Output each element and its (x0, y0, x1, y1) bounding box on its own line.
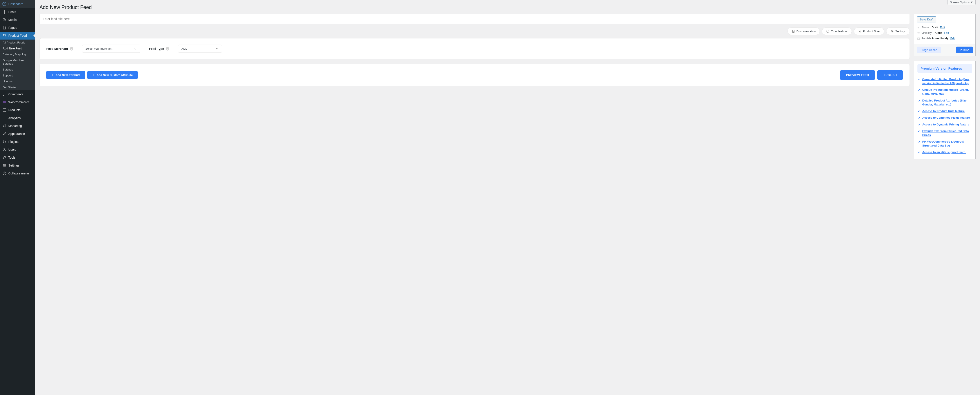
save-draft-button[interactable]: Save Draft (917, 16, 936, 22)
sidebar-item-tools[interactable]: Tools (0, 154, 35, 161)
check-icon (918, 78, 921, 81)
sidebar-label: Users (8, 148, 16, 151)
premium-feature-item: Access to Product Rule feature (918, 108, 972, 115)
sidebar-item-product-feed[interactable]: Product Feed (0, 32, 35, 40)
type-label: Feed Type (149, 47, 164, 51)
woo-icon (2, 100, 6, 104)
settings-button[interactable]: Settings (886, 27, 910, 35)
page-title: Add New Product Feed (40, 5, 975, 10)
add-attribute-button[interactable]: Add New Attribute (46, 71, 85, 79)
dashboard-icon (2, 2, 6, 6)
chevron-down-icon (216, 47, 219, 50)
sidebar-item-marketing[interactable]: Marketing (0, 122, 35, 130)
product-filter-button[interactable]: Product Filter (854, 27, 884, 35)
sidebar-label: WooCommerce (8, 100, 30, 104)
premium-feature-link[interactable]: Exclude Tax From Structured Data Prices (922, 129, 972, 137)
sidebar-item-settings[interactable]: Settings (0, 161, 35, 169)
merchant-label: Feed Merchant (46, 47, 68, 51)
svg-rect-14 (918, 38, 920, 39)
help-icon[interactable]: ? (166, 47, 169, 51)
publish-button[interactable]: Publish (956, 46, 973, 53)
sidebar-item-collapse[interactable]: Collapse menu (0, 169, 35, 177)
sidebar-item-dashboard[interactable]: Dashboard (0, 0, 35, 8)
documentation-button[interactable]: Documentation (788, 27, 820, 35)
premium-feature-link[interactable]: Unique Product Identifiers (Brand, GTIN,… (922, 88, 972, 96)
sidebar-item-plugins[interactable]: Plugins (0, 138, 35, 146)
edit-schedule-link[interactable]: Edit (950, 37, 955, 40)
premium-features-box: Premium Version Features Generate Unlimi… (914, 61, 975, 159)
feed-config-card: Feed Merchant ? Select your merchant Fee… (40, 38, 910, 59)
plus-icon (51, 73, 54, 76)
publish-feed-button[interactable]: PUBLISH (877, 70, 903, 80)
submenu-license[interactable]: License (0, 78, 35, 84)
status-line: Status: Draft Edit (917, 25, 973, 30)
sidebar-item-media[interactable]: Media (0, 16, 35, 24)
type-select[interactable]: XML (178, 45, 222, 53)
edit-visibility-link[interactable]: Edit (944, 31, 949, 35)
page-icon (2, 25, 6, 30)
eye-icon (917, 32, 920, 35)
sidebar-item-analytics[interactable]: Analytics (0, 114, 35, 122)
sidebar-label: Analytics (8, 116, 21, 120)
sidebar-label: Plugins (8, 140, 18, 143)
premium-feature-link[interactable]: Access to Combined Fields feature (922, 116, 970, 120)
sidebar-label: Appearance (8, 132, 25, 135)
plug-icon (2, 140, 6, 144)
premium-feature-link[interactable]: Fix WooCommerce's (Json-Ld) Structured D… (922, 140, 972, 148)
submenu-google-merchant[interactable]: Google Merchant Settings (0, 57, 35, 67)
visibility-line: Visibility: Public Edit (917, 30, 973, 36)
sidebar-item-pages[interactable]: Pages (0, 24, 35, 32)
schedule-line: Publish immediately Edit (917, 36, 973, 41)
attributes-card: Add New Attribute Add New Custom Attribu… (40, 64, 910, 86)
sidebar-item-products[interactable]: Products (0, 106, 35, 114)
megaphone-icon (2, 124, 6, 128)
premium-feature-item: Access to Combined Fields feature (918, 115, 972, 121)
preview-feed-button[interactable]: PREVIEW FEED (840, 70, 875, 80)
premium-feature-link[interactable]: Generate Unlimited Products (Free versio… (922, 77, 972, 85)
purge-cache-button[interactable]: Purge Cache (917, 46, 941, 53)
media-icon (2, 18, 6, 22)
gear-icon (891, 29, 894, 33)
user-icon (2, 147, 6, 152)
feed-title-input[interactable] (40, 14, 910, 24)
add-custom-attribute-button[interactable]: Add New Custom Attribute (88, 71, 138, 79)
filter-icon (858, 29, 862, 33)
sidebar-label: Dashboard (8, 2, 24, 6)
premium-feature-item: Access to an elite support team. (918, 149, 972, 156)
troubleshoot-button[interactable]: Troubleshoot (822, 27, 851, 35)
sidebar-item-woocommerce[interactable]: WooCommerce (0, 98, 35, 106)
products-icon (2, 108, 6, 112)
submenu-all-feeds[interactable]: All Product Feeds (0, 40, 35, 46)
sliders-icon (2, 163, 6, 167)
submenu-category-mapping[interactable]: Category Mapping (0, 51, 35, 57)
edit-status-link[interactable]: Edit (940, 26, 945, 29)
submenu-support[interactable]: Support (0, 73, 35, 78)
admin-sidebar: Dashboard Posts Media Pages Product Feed… (0, 0, 35, 395)
sidebar-item-appearance[interactable]: Appearance (0, 130, 35, 138)
product-feed-submenu: All Product Feeds Add New Feed Category … (0, 40, 35, 90)
chevron-down-icon: ▼ (970, 1, 973, 4)
plus-icon (92, 73, 95, 76)
sidebar-label: Tools (8, 156, 16, 159)
comment-icon (2, 92, 6, 96)
sidebar-label: Comments (8, 92, 23, 96)
submenu-get-started[interactable]: Get Started (0, 84, 35, 90)
submenu-settings[interactable]: Settings (0, 67, 35, 73)
submenu-add-new[interactable]: Add New Feed (0, 46, 35, 51)
sidebar-item-posts[interactable]: Posts (0, 8, 35, 16)
publish-meta-box: Save Draft Status: Draft Edit Visibility… (914, 14, 975, 56)
help-icon[interactable]: ? (70, 47, 73, 51)
premium-feature-link[interactable]: Detailed Product Attributes (Size, Gende… (922, 99, 972, 107)
sidebar-item-users[interactable]: Users (0, 146, 35, 154)
merchant-select[interactable]: Select your merchant (82, 45, 140, 53)
brush-icon (2, 132, 6, 136)
premium-feature-link[interactable]: Access to Product Rule feature (922, 109, 965, 113)
screen-options-toggle[interactable]: Screen Options ▼ (948, 0, 975, 5)
svg-point-6 (3, 164, 4, 165)
sidebar-item-comments[interactable]: Comments (0, 90, 35, 98)
premium-feature-link[interactable]: Access to an elite support team. (922, 150, 966, 154)
premium-feature-link[interactable]: Access to Dynamic Pricing feature (922, 123, 969, 127)
check-icon (918, 116, 921, 119)
svg-point-7 (5, 165, 5, 166)
svg-point-8 (4, 166, 5, 167)
